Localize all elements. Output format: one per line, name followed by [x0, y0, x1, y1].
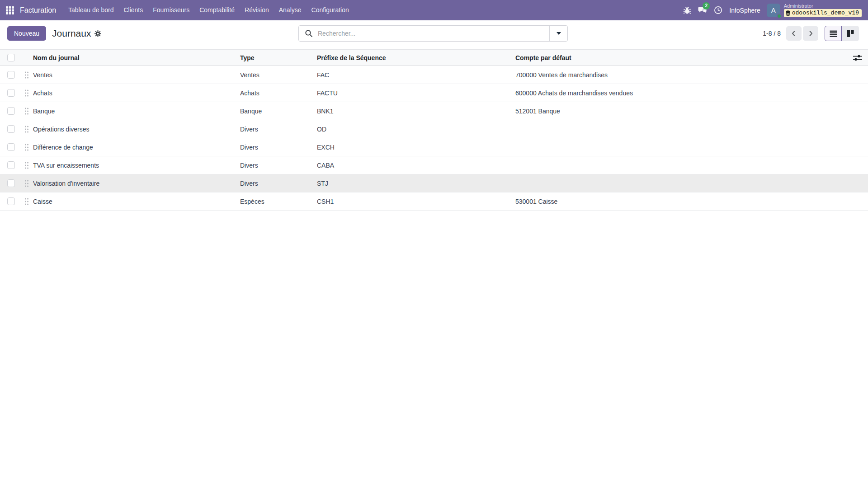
table-row[interactable]: Opérations diverses Divers OD	[0, 120, 868, 138]
nav-menu-configuration[interactable]: Configuration	[307, 0, 354, 20]
column-header-account[interactable]: Compte par défaut	[515, 54, 847, 61]
cell-prefix: OD	[317, 126, 515, 133]
row-checkbox[interactable]	[7, 71, 15, 79]
drag-handle-icon[interactable]	[24, 125, 29, 133]
search-icon	[305, 29, 313, 38]
table-row[interactable]: Banque Banque BNK1 512001 Banque	[0, 102, 868, 120]
drag-handle-icon[interactable]	[24, 89, 29, 97]
pager-value[interactable]: 1-8 / 8	[763, 30, 781, 37]
messages-icon[interactable]: 2	[695, 0, 710, 20]
pager-next-button[interactable]	[803, 26, 818, 41]
column-header-name[interactable]: Nom du journal	[33, 54, 240, 61]
user-meta: Administrator odooskills_demo_v19	[784, 3, 862, 17]
cell-type: Achats	[240, 89, 317, 97]
drag-handle-icon[interactable]	[24, 179, 29, 188]
nav-menu-clients[interactable]: Clients	[118, 0, 148, 20]
nav-menu-fournisseurs[interactable]: Fournisseurs	[148, 0, 194, 20]
cell-account: 600000 Achats de marchandises vendues	[515, 89, 847, 97]
list-view-button[interactable]	[825, 26, 842, 41]
cell-journal-name: Caisse	[33, 198, 240, 205]
user-name: Administrator	[784, 3, 813, 9]
user-menu[interactable]: A Administrator odooskills_demo_v19	[767, 3, 862, 17]
drag-handle-icon[interactable]	[24, 161, 29, 169]
cell-prefix: FACTU	[317, 89, 515, 97]
cell-journal-name: Banque	[33, 108, 240, 115]
drag-handle-icon[interactable]	[24, 143, 29, 151]
row-checkbox[interactable]	[7, 179, 15, 187]
row-checkbox[interactable]	[7, 143, 15, 151]
cell-type: Divers	[240, 162, 317, 169]
cell-journal-name: Opérations diverses	[33, 126, 240, 133]
activities-clock-icon[interactable]	[710, 0, 726, 20]
cell-journal-name: Valorisation d'inventaire	[33, 180, 240, 187]
cell-prefix: EXCH	[317, 144, 515, 151]
cell-type: Divers	[240, 126, 317, 133]
row-checkbox[interactable]	[7, 161, 15, 169]
kanban-view-button[interactable]	[842, 26, 859, 41]
row-checkbox[interactable]	[7, 125, 15, 133]
cell-account: 700000 Ventes de marchandises	[515, 71, 847, 79]
breadcrumb-title: Journaux	[52, 28, 91, 39]
list-view-icon	[830, 30, 837, 37]
app-name[interactable]: Facturation	[20, 6, 56, 14]
cell-prefix: CABA	[317, 162, 515, 169]
cell-journal-name: Achats	[33, 89, 240, 97]
drag-handle-icon[interactable]	[24, 107, 29, 115]
page-title: Journaux	[52, 28, 101, 39]
column-header-prefix[interactable]: Préfixe de la Séquence	[317, 54, 515, 61]
infosphere-menu[interactable]: InfoSphere	[729, 7, 760, 14]
column-header-type[interactable]: Type	[240, 54, 317, 61]
nav-menu-tableau-de-bord[interactable]: Tableau de bord	[63, 0, 118, 20]
chevron-right-icon	[807, 30, 814, 37]
database-badge: odooskills_demo_v19	[784, 9, 862, 17]
nav-menu-analyse[interactable]: Analyse	[274, 0, 307, 20]
avatar: A	[767, 4, 780, 17]
drag-handle-icon[interactable]	[24, 71, 29, 79]
cell-prefix: FAC	[317, 71, 515, 79]
control-panel: Nouveau Journaux	[0, 20, 868, 46]
sliders-icon	[853, 55, 862, 61]
search-dropdown-toggle[interactable]	[549, 26, 567, 41]
table-row[interactable]: Ventes Ventes FAC 700000 Ventes de march…	[0, 66, 868, 84]
action-gear-icon[interactable]	[94, 30, 101, 37]
database-icon	[786, 10, 790, 16]
table-header-row: Nom du journal Type Préfixe de la Séquen…	[0, 49, 868, 66]
top-navbar: Facturation Tableau de bord Clients Four…	[0, 0, 868, 20]
row-checkbox[interactable]	[7, 89, 15, 97]
cell-account: 530001 Caisse	[515, 198, 847, 205]
view-switcher	[825, 26, 859, 41]
table-row[interactable]: Caisse Espèces CSH1 530001 Caisse	[0, 192, 868, 211]
table-row[interactable]: Valorisation d'inventaire Divers STJ	[0, 174, 868, 192]
table-row[interactable]: TVA sur encaissements Divers CABA	[0, 156, 868, 174]
new-button[interactable]: Nouveau	[7, 26, 46, 41]
optional-columns-button[interactable]	[851, 53, 864, 63]
nav-menu-revision[interactable]: Révision	[240, 0, 274, 20]
apps-grid-icon[interactable]	[0, 0, 20, 20]
nav-menu-comptabilite[interactable]: Comptabilité	[194, 0, 240, 20]
row-checkbox[interactable]	[7, 107, 15, 115]
online-status-dot	[777, 14, 782, 19]
cell-type: Divers	[240, 180, 317, 187]
drag-handle-icon[interactable]	[24, 197, 29, 206]
pager-previous-button[interactable]	[786, 26, 802, 41]
cell-journal-name: TVA sur encaissements	[33, 162, 240, 169]
cell-account: 512001 Banque	[515, 108, 847, 115]
chevron-left-icon	[790, 30, 797, 37]
cell-prefix: STJ	[317, 180, 515, 187]
cell-type: Espèces	[240, 198, 317, 205]
journals-list: Nom du journal Type Préfixe de la Séquen…	[0, 49, 868, 211]
cell-prefix: BNK1	[317, 108, 515, 115]
table-row[interactable]: Différence de change Divers EXCH	[0, 138, 868, 156]
search-bar	[298, 25, 568, 42]
cell-journal-name: Ventes	[33, 71, 240, 79]
main-menu: Tableau de bord Clients Fournisseurs Com…	[63, 0, 354, 20]
select-all-checkbox[interactable]	[7, 54, 15, 61]
search-input[interactable]	[317, 29, 549, 38]
kanban-view-icon	[847, 30, 854, 37]
cell-journal-name: Différence de change	[33, 144, 240, 151]
table-row[interactable]: Achats Achats FACTU 600000 Achats de mar…	[0, 84, 868, 102]
debug-bug-icon[interactable]	[679, 0, 695, 20]
caret-down-icon	[557, 32, 561, 35]
cell-type: Ventes	[240, 71, 317, 79]
row-checkbox[interactable]	[7, 197, 15, 205]
